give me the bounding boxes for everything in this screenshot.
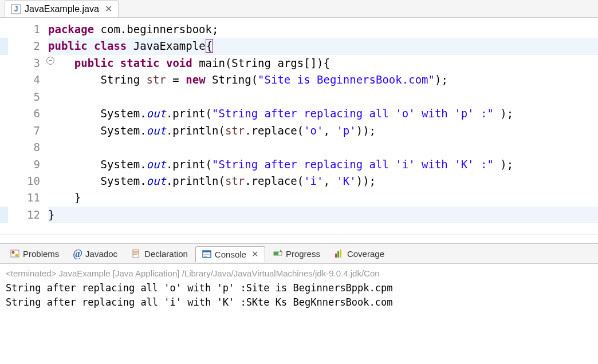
- bottom-panel: Problems @ Javadoc Declaration Console ✕…: [0, 243, 598, 312]
- console-run-header: <terminated> JavaExample [Java Applicati…: [6, 267, 592, 280]
- line-number: 12: [8, 207, 48, 223]
- svg-text:J: J: [14, 5, 18, 13]
- code-line[interactable]: 11 }: [0, 189, 598, 206]
- tab-label: Console: [215, 250, 246, 259]
- gutter-marker: [0, 189, 8, 206]
- console-icon: [202, 249, 212, 259]
- tab-label: Javadoc: [85, 249, 117, 259]
- line-number: 9: [8, 156, 48, 173]
- line-number: 5: [8, 89, 48, 105]
- close-icon[interactable]: ✕: [251, 249, 259, 259]
- editor-tab-label: JavaExample.java: [25, 4, 99, 14]
- tab-problems[interactable]: Problems: [3, 246, 65, 262]
- svg-rect-12: [337, 251, 339, 258]
- code-line[interactable]: 8: [0, 139, 598, 156]
- console-line: String after replacing all 'o' with 'p' …: [6, 281, 592, 295]
- line-content[interactable]: String str = new String("Site is Beginne…: [48, 72, 598, 88]
- svg-point-4: [15, 254, 18, 257]
- editor-tab-javaexample[interactable]: J JavaExample.java ✕: [5, 0, 119, 17]
- code-line[interactable]: 9 System.out.print("String after replaci…: [0, 156, 598, 173]
- fold-toggle-icon[interactable]: −: [46, 57, 54, 65]
- line-number: 1: [8, 21, 48, 38]
- code-area[interactable]: 1package com.beginnersbook;2public class…: [0, 18, 598, 235]
- code-line[interactable]: 7 System.out.println(str.replace('o', 'p…: [0, 122, 598, 139]
- gutter-marker: [0, 38, 8, 54]
- line-number: 2: [8, 38, 48, 54]
- line-content[interactable]: public class JavaExample{: [48, 38, 598, 54]
- tab-label: Coverage: [347, 249, 384, 259]
- gutter-marker: [0, 21, 8, 38]
- java-file-icon: J: [11, 4, 21, 14]
- tab-label: Problems: [23, 249, 59, 259]
- console-output: String after replacing all 'o' with 'p' …: [6, 281, 592, 309]
- editor-tab-bar: J JavaExample.java ✕: [0, 0, 598, 18]
- tab-coverage[interactable]: Coverage: [328, 246, 391, 262]
- svg-rect-5: [133, 250, 139, 258]
- tab-console[interactable]: Console ✕: [195, 246, 265, 262]
- line-number: 3−: [8, 55, 48, 72]
- svg-rect-9: [274, 252, 278, 255]
- svg-rect-7: [203, 251, 211, 252]
- line-number: 11: [8, 189, 48, 206]
- close-icon[interactable]: ✕: [105, 3, 112, 14]
- svg-rect-11: [335, 254, 337, 258]
- console-content[interactable]: <terminated> JavaExample [Java Applicati…: [0, 264, 598, 312]
- gutter-marker: [0, 156, 8, 173]
- editor-area: J JavaExample.java ✕ 1package com.beginn…: [0, 0, 598, 235]
- line-content[interactable]: [48, 139, 598, 156]
- line-content[interactable]: package com.beginnersbook;: [48, 21, 598, 38]
- gutter-marker: [0, 105, 8, 122]
- bottom-tab-bar: Problems @ Javadoc Declaration Console ✕…: [0, 243, 598, 264]
- line-number: 8: [8, 139, 48, 156]
- gutter-marker: [0, 139, 8, 156]
- tab-label: Progress: [286, 249, 320, 259]
- gutter-marker: [0, 55, 8, 72]
- svg-point-3: [12, 251, 15, 254]
- line-content[interactable]: public static void main(String args[]){: [48, 55, 598, 72]
- javadoc-icon: @: [73, 248, 82, 260]
- code-line[interactable]: 6 System.out.print("String after replaci…: [0, 105, 598, 122]
- line-content[interactable]: [48, 89, 598, 105]
- line-content[interactable]: System.out.println(str.replace('i', 'K')…: [48, 173, 598, 189]
- code-line[interactable]: 5: [0, 89, 598, 105]
- code-line[interactable]: 1package com.beginnersbook;: [0, 21, 598, 38]
- code-line[interactable]: 12}: [0, 207, 598, 223]
- tab-declaration[interactable]: Declaration: [125, 246, 194, 262]
- line-content[interactable]: System.out.println(str.replace('o', 'p')…: [48, 122, 598, 139]
- coverage-icon: [334, 248, 344, 259]
- tab-label: Declaration: [144, 249, 188, 259]
- tab-javadoc[interactable]: @ Javadoc: [66, 245, 124, 263]
- gutter-marker: [0, 122, 8, 139]
- svg-marker-10: [280, 250, 282, 252]
- line-number: 10: [8, 173, 48, 189]
- gutter-marker: [0, 89, 8, 105]
- declaration-icon: [131, 248, 141, 259]
- line-number: 6: [8, 105, 48, 122]
- code-line[interactable]: 2public class JavaExample{: [0, 38, 598, 54]
- code-line[interactable]: 3− public static void main(String args[]…: [0, 55, 598, 72]
- gutter-marker: [0, 72, 8, 88]
- gutter-marker: [0, 207, 8, 223]
- problems-icon: [10, 248, 20, 259]
- line-number: 7: [8, 122, 48, 139]
- line-number: 4: [8, 72, 48, 88]
- line-content[interactable]: System.out.print("String after replacing…: [48, 105, 598, 122]
- line-content[interactable]: System.out.print("String after replacing…: [48, 156, 598, 173]
- svg-rect-13: [340, 250, 341, 258]
- console-line: String after replacing all 'i' with 'K' …: [6, 295, 592, 310]
- code-line[interactable]: 10 System.out.println(str.replace('i', '…: [0, 173, 598, 189]
- line-content[interactable]: }: [48, 207, 598, 223]
- progress-icon: [273, 248, 283, 259]
- tab-progress[interactable]: Progress: [266, 246, 326, 262]
- line-content[interactable]: }: [48, 189, 598, 206]
- code-line[interactable]: 4 String str = new String("Site is Begin…: [0, 72, 598, 88]
- gutter-marker: [0, 173, 8, 189]
